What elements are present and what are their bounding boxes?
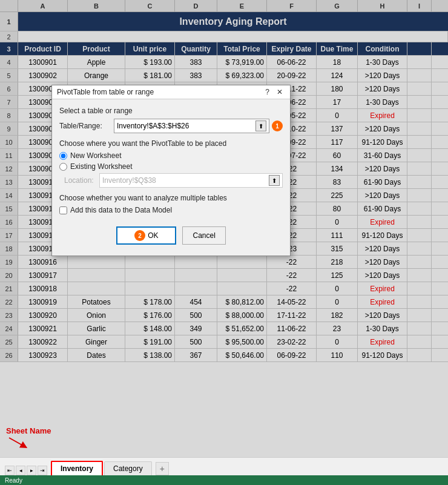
- existing-worksheet-row: Existing Worksheet: [59, 162, 283, 171]
- table-range-label: Table/Range:: [59, 122, 114, 130]
- new-worksheet-radio[interactable]: [59, 152, 67, 160]
- dialog-titlebar: PivotTable from table or range ? ✕: [52, 85, 290, 99]
- location-collapse-icon[interactable]: ⬆: [269, 175, 280, 186]
- dialog-close-button[interactable]: ✕: [274, 88, 285, 96]
- bottom-bar: ⇤ ◂ ▸ ⇥ Inventory Category + Ready: [0, 457, 448, 485]
- location-label: Location:: [64, 176, 99, 185]
- analyze-label: Choose whether you want to analyze multi…: [59, 194, 283, 202]
- existing-worksheet-label: Existing Worksheet: [70, 162, 133, 171]
- sheet-tab-category[interactable]: Category: [104, 461, 152, 475]
- nav-next-arrow[interactable]: ▸: [27, 466, 36, 475]
- existing-worksheet-radio[interactable]: [59, 163, 67, 171]
- dialog-footer: 2 OK Cancel: [59, 223, 283, 251]
- location-row: Location: ⬆: [59, 173, 283, 188]
- ok-button[interactable]: 2 OK: [116, 226, 176, 245]
- table-range-input[interactable]: [117, 122, 255, 130]
- new-worksheet-row: New Worksheet: [59, 151, 283, 160]
- nav-arrows: ⇤ ◂ ▸ ⇥: [5, 466, 47, 475]
- sheet-tab-inventory[interactable]: Inventory: [51, 461, 103, 475]
- add-sheet-button[interactable]: +: [156, 462, 169, 475]
- add-data-row: Add this data to the Data Model: [59, 206, 283, 214]
- dialog-title: PivotTable from table or range: [57, 88, 154, 96]
- add-data-checkbox[interactable]: [59, 206, 67, 214]
- placement-label: Choose where you want the PivotTable to …: [59, 139, 283, 148]
- dialog-body: Select a table or range Table/Range: ⬆ 1…: [52, 99, 290, 256]
- dialog-help-button[interactable]: ?: [263, 88, 272, 96]
- location-input-wrap: ⬆: [99, 173, 283, 188]
- badge-1: 1: [272, 120, 283, 131]
- location-input[interactable]: [102, 176, 269, 185]
- new-worksheet-label: New Worksheet: [70, 151, 121, 160]
- nav-prev-arrow[interactable]: ◂: [16, 466, 25, 475]
- badge-2: 2: [134, 230, 145, 241]
- nav-first-arrow[interactable]: ⇤: [5, 466, 15, 475]
- dialog-controls: ? ✕: [263, 88, 285, 96]
- table-range-input-wrap: ⬆: [114, 119, 269, 133]
- status-text: Ready: [5, 477, 22, 484]
- status-bar: Ready: [0, 475, 448, 485]
- pivot-dialog: PivotTable from table or range ? ✕ Selec…: [51, 85, 291, 256]
- add-data-label: Add this data to the Data Model: [70, 206, 172, 214]
- table-range-row: Table/Range: ⬆ 1: [59, 119, 283, 133]
- select-label: Select a table or range: [59, 107, 283, 115]
- nav-last-arrow[interactable]: ⇥: [38, 466, 47, 475]
- sheet-tabs-row: ⇤ ◂ ▸ ⇥ Inventory Category +: [0, 458, 448, 475]
- table-range-collapse-icon[interactable]: ⬆: [255, 120, 266, 131]
- cancel-button[interactable]: Cancel: [182, 226, 225, 245]
